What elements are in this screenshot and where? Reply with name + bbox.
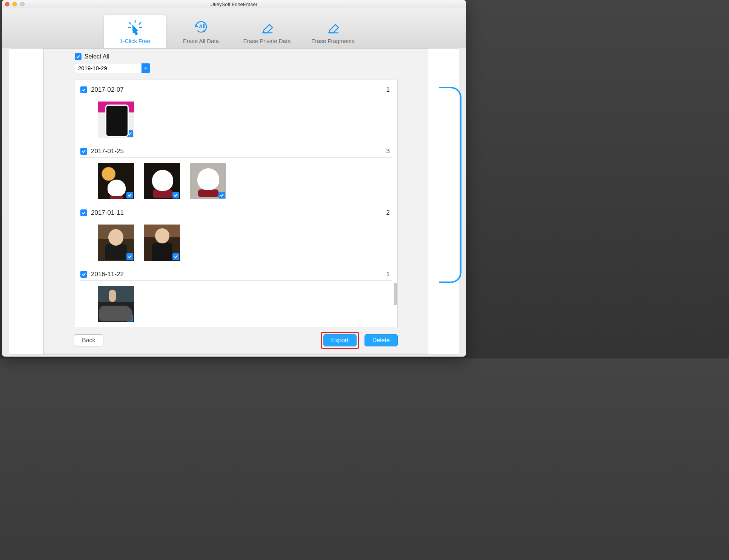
tab-1click-free[interactable]: 1-Click Free — [104, 15, 166, 48]
group-header: 2016-11-221 — [80, 269, 392, 281]
svg-line-1 — [129, 22, 131, 25]
scrollbar-thumb[interactable] — [394, 283, 397, 305]
thumb-checkbox[interactable] — [126, 315, 133, 322]
tab-erase-fragments[interactable]: Erase Fragments — [302, 15, 364, 48]
select-all-checkbox[interactable] — [75, 53, 82, 60]
thumb-checkbox[interactable] — [126, 130, 133, 137]
eraser-icon — [303, 18, 363, 35]
thumb-checkbox[interactable] — [126, 253, 133, 260]
erase-all-icon: All — [171, 18, 231, 35]
group-checkbox[interactable] — [80, 86, 87, 93]
photo-group: 2017-02-071 — [80, 85, 392, 142]
photo-thumbnail[interactable] — [144, 163, 180, 199]
group-checkbox[interactable] — [80, 271, 87, 278]
photo-thumbnail[interactable] — [98, 286, 134, 322]
tab-label: Erase All Data — [171, 38, 231, 44]
app-window: UkeySoft FoneEraser 1-Click Free All Era… — [2, 0, 466, 357]
sparkle-cursor-icon — [105, 18, 165, 35]
group-count: 1 — [386, 271, 392, 278]
photo-thumbnail[interactable] — [98, 163, 134, 199]
group-date: 2016-11-22 — [91, 271, 124, 278]
app-title: UkeySoft FoneEraser — [2, 2, 466, 7]
back-button[interactable]: Back — [74, 334, 103, 346]
thumb-row — [80, 219, 392, 265]
tab-label: Erase Fragments — [303, 38, 363, 44]
date-dropdown-value: 2019-10-29 — [75, 63, 141, 73]
thumb-checkbox[interactable] — [126, 192, 133, 198]
group-count: 1 — [386, 86, 392, 94]
tab-label: Erase Private Data — [237, 38, 297, 44]
modal-overlay: Select All 2019-10-29 2017-02-0712017-01… — [2, 48, 466, 357]
photo-thumbnail[interactable] — [144, 225, 180, 261]
group-header: 2017-01-112 — [80, 208, 392, 219]
group-count: 2 — [386, 209, 392, 217]
thumb-row — [80, 96, 392, 142]
tab-label: 1-Click Free — [105, 38, 165, 44]
date-dropdown[interactable]: 2019-10-29 — [75, 63, 150, 73]
svg-point-6 — [203, 31, 205, 32]
photo-list[interactable]: 2017-02-0712017-01-2532017-01-1122016-11… — [75, 80, 398, 327]
group-date: 2017-02-07 — [91, 86, 124, 94]
group-count: 3 — [386, 148, 392, 155]
thumb-checkbox[interactable] — [218, 192, 225, 198]
eraser-icon — [237, 18, 297, 35]
photo-thumbnail[interactable] — [190, 163, 226, 199]
select-all-label: Select All — [85, 53, 109, 60]
titlebar: UkeySoft FoneEraser — [2, 0, 466, 8]
export-highlight: Export — [321, 332, 359, 349]
photo-group: 2017-01-112 — [80, 208, 392, 265]
chevron-down-icon — [141, 63, 150, 73]
thumb-checkbox[interactable] — [172, 192, 179, 198]
modal-header: Select All 2019-10-29 — [44, 49, 428, 75]
photo-thumbnail[interactable] — [98, 225, 134, 261]
svg-text:All: All — [199, 23, 206, 29]
photo-thumbnail[interactable] — [98, 102, 134, 138]
group-checkbox[interactable] — [80, 148, 87, 155]
tab-erase-private[interactable]: Erase Private Data — [236, 15, 298, 48]
modal-footer: Back Export Delete — [44, 332, 428, 349]
tab-erase-all[interactable]: All Erase All Data — [170, 15, 232, 48]
group-header: 2017-01-253 — [80, 146, 392, 158]
thumb-row — [80, 281, 392, 326]
svg-line-2 — [139, 22, 141, 25]
thumb-row — [80, 158, 392, 203]
export-button[interactable]: Export — [323, 334, 357, 346]
photo-group: 2016-11-221 — [80, 269, 392, 326]
thumb-checkbox[interactable] — [172, 253, 179, 260]
group-date: 2017-01-11 — [91, 209, 124, 217]
main-toolbar: 1-Click Free All Erase All Data Erase Pr… — [2, 8, 466, 48]
photo-selection-modal: Select All 2019-10-29 2017-02-0712017-01… — [43, 48, 428, 354]
photo-group: 2017-01-253 — [80, 146, 392, 203]
group-checkbox[interactable] — [80, 209, 87, 216]
group-header: 2017-02-071 — [80, 85, 392, 96]
group-date: 2017-01-25 — [91, 148, 124, 155]
delete-button[interactable]: Delete — [364, 334, 398, 346]
